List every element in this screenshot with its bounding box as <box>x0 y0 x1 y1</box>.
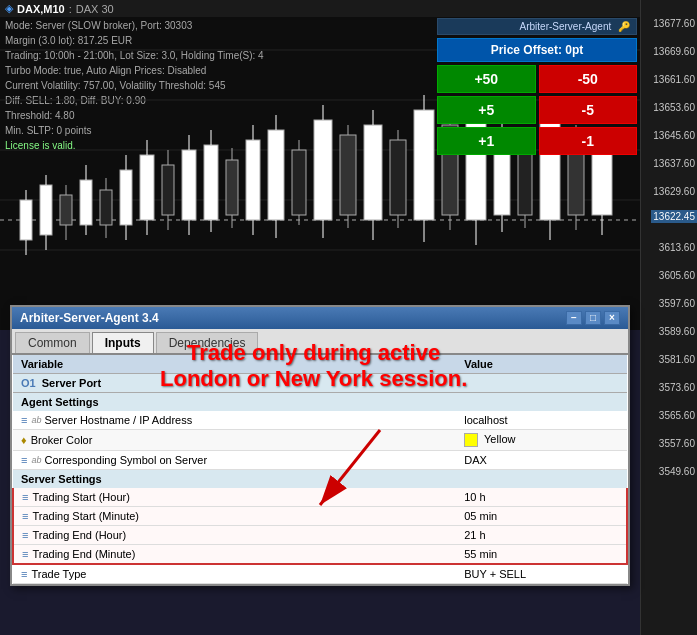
settings-dialog: Arbiter-Server-Agent 3.4 − □ × Common In… <box>10 305 630 586</box>
row-symbol-var: ≡ ab Corresponding Symbol on Server <box>13 451 456 470</box>
svg-rect-81 <box>592 145 612 215</box>
row-end-hour: ≡ Trading End (Hour) 21 h <box>13 526 627 545</box>
start-min-icon: ≡ <box>22 510 28 522</box>
agent-settings-label: Agent Settings <box>13 393 627 412</box>
arbiter-header: Arbiter-Server-Agent 🔑 <box>437 18 637 35</box>
price-16: 3549.60 <box>659 466 695 477</box>
price-6: 13637.60 <box>653 158 695 169</box>
minimize-button[interactable]: − <box>566 311 582 325</box>
tab-dependencies[interactable]: Dependencies <box>156 332 259 353</box>
row-start-hour: ≡ Trading Start (Hour) 10 h <box>13 488 627 507</box>
svg-rect-36 <box>226 160 238 215</box>
trade-type-icon: ≡ <box>21 568 27 580</box>
price-5: 13645.60 <box>653 130 695 141</box>
svg-rect-48 <box>314 120 332 220</box>
row-end-min: ≡ Trading End (Minute) 55 min <box>13 545 627 565</box>
row-hostname-var: ≡ ab Server Hostname / IP Address <box>13 411 456 430</box>
btn-minus50[interactable]: -50 <box>539 65 638 93</box>
row-end-hour-val: 21 h <box>456 526 627 545</box>
tab-inputs[interactable]: Inputs <box>92 332 154 353</box>
svg-rect-54 <box>364 125 382 220</box>
row-symbol: ≡ ab Corresponding Symbol on Server DAX <box>13 451 627 470</box>
price-10: 3597.60 <box>659 298 695 309</box>
trade-buttons-row-2: +5 -5 <box>437 96 637 124</box>
arbiter-icon: 🔑 <box>618 21 630 32</box>
svg-rect-72 <box>518 145 532 215</box>
end-min-icon: ≡ <box>22 548 28 560</box>
server-settings-section: Server Settings <box>13 470 627 489</box>
svg-rect-21 <box>120 170 132 225</box>
price-2: 13669.60 <box>653 46 695 57</box>
row-broker-color-val: Yellow <box>456 430 627 451</box>
price-11: 3589.60 <box>659 326 695 337</box>
dialog-content: Variable Value O1 Server Port Agent Sett… <box>12 355 628 584</box>
hostname-icon: ≡ <box>21 414 27 426</box>
col-value: Value <box>456 355 627 374</box>
svg-rect-15 <box>80 180 92 225</box>
svg-rect-30 <box>182 150 196 220</box>
svg-rect-12 <box>60 195 72 225</box>
close-button[interactable]: × <box>604 311 620 325</box>
btn-minus1[interactable]: -1 <box>539 127 638 155</box>
trade-buttons-row-3: +1 -1 <box>437 127 637 155</box>
svg-rect-33 <box>204 145 218 220</box>
arbiter-panel: Arbiter-Server-Agent 🔑 Price Offset: 0pt… <box>437 18 637 155</box>
start-hour-icon: ≡ <box>22 491 28 503</box>
dialog-title: Arbiter-Server-Agent 3.4 <box>20 311 159 325</box>
broker-color-icon: ♦ <box>21 434 27 446</box>
price-current: 13622.45 <box>651 210 697 223</box>
price-4: 13653.60 <box>653 102 695 113</box>
row-start-min-var: ≡ Trading Start (Minute) <box>13 507 456 526</box>
price-offset-button[interactable]: Price Offset: 0pt <box>437 38 637 62</box>
price-3: 13661.60 <box>653 74 695 85</box>
svg-rect-60 <box>414 110 434 220</box>
price-8: 3613.60 <box>659 242 695 253</box>
symbol-icon: ≡ <box>21 454 27 466</box>
price-15: 3557.60 <box>659 438 695 449</box>
color-swatch <box>464 433 478 447</box>
row-end-min-val: 55 min <box>456 545 627 565</box>
price-scale: 13677.60 13669.60 13661.60 13653.60 1364… <box>640 0 697 635</box>
end-hour-icon: ≡ <box>22 529 28 541</box>
tab-common[interactable]: Common <box>15 332 90 353</box>
dialog-tabs: Common Inputs Dependencies <box>12 329 628 355</box>
svg-rect-42 <box>268 130 284 220</box>
price-7: 13629.60 <box>653 186 695 197</box>
price-13: 3573.60 <box>659 382 695 393</box>
row-start-hour-var: ≡ Trading Start (Hour) <box>13 488 456 507</box>
dialog-titlebar: Arbiter-Server-Agent 3.4 − □ × <box>12 307 628 329</box>
agent-settings-section: Agent Settings <box>13 393 627 412</box>
row-symbol-val: DAX <box>456 451 627 470</box>
svg-rect-24 <box>140 155 154 220</box>
row-trade-type: ≡ Trade Type BUY + SELL <box>13 564 627 584</box>
btn-plus1[interactable]: +1 <box>437 127 536 155</box>
row-start-min: ≡ Trading Start (Minute) 05 min <box>13 507 627 526</box>
svg-rect-6 <box>20 200 32 240</box>
symbol-prefix: ab <box>31 455 41 465</box>
maximize-button[interactable]: □ <box>585 311 601 325</box>
row-broker-color-var: ♦ Broker Color <box>13 430 456 451</box>
price-12: 3581.60 <box>659 354 695 365</box>
svg-rect-27 <box>162 165 174 215</box>
svg-rect-51 <box>340 135 356 215</box>
svg-rect-45 <box>292 150 306 215</box>
btn-plus50[interactable]: +50 <box>437 65 536 93</box>
server-port-section: O1 Server Port <box>13 374 627 393</box>
svg-rect-9 <box>40 185 52 235</box>
hostname-prefix: ab <box>31 415 41 425</box>
price-14: 3565.60 <box>659 410 695 421</box>
settings-table: Variable Value O1 Server Port Agent Sett… <box>12 355 628 584</box>
server-port-label: O1 Server Port <box>13 374 627 393</box>
row-hostname-val: localhost <box>456 411 627 430</box>
arbiter-header-label: Arbiter-Server-Agent <box>520 21 612 32</box>
svg-rect-18 <box>100 190 112 225</box>
server-settings-label: Server Settings <box>13 470 627 489</box>
row-start-min-val: 05 min <box>456 507 627 526</box>
row-trade-type-val: BUY + SELL <box>456 564 627 584</box>
svg-rect-39 <box>246 140 260 220</box>
row-start-hour-val: 10 h <box>456 488 627 507</box>
btn-minus5[interactable]: -5 <box>539 96 638 124</box>
col-variable: Variable <box>13 355 456 374</box>
titlebar-buttons: − □ × <box>566 311 620 325</box>
btn-plus5[interactable]: +5 <box>437 96 536 124</box>
